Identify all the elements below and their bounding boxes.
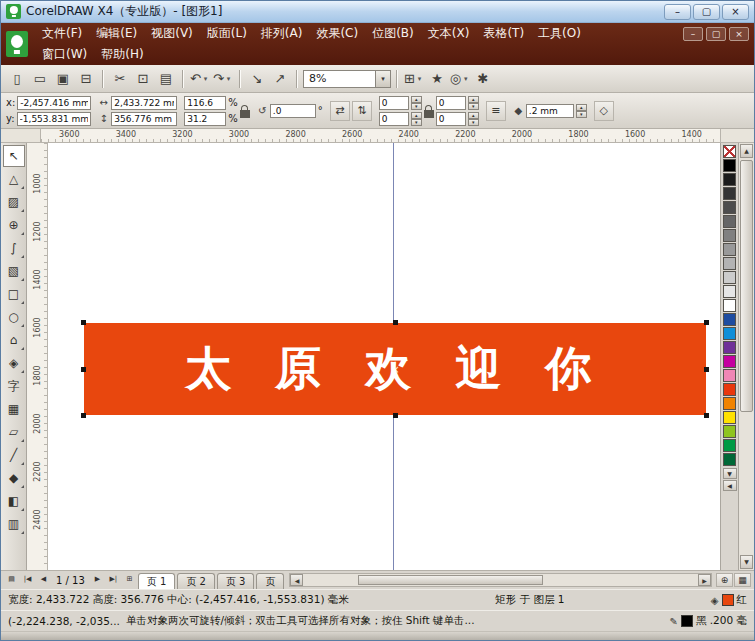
drawing-canvas[interactable]: 太 原 欢 迎 你 × — [48, 143, 720, 570]
selection-handle[interactable] — [81, 320, 86, 325]
maximize-button[interactable]: ▢ — [693, 4, 720, 20]
tab-page-4[interactable]: 页 — [256, 573, 284, 589]
undo-dropdown-arrow[interactable]: ▾ — [201, 75, 210, 83]
polygon-tool[interactable]: ⌂ — [3, 329, 25, 351]
ruler-origin-corner[interactable] — [1, 129, 41, 142]
spinner[interactable]: ▴▾ — [411, 112, 422, 126]
rotation-angle-field[interactable] — [270, 104, 316, 118]
outline-width-field[interactable] — [526, 104, 574, 118]
options-button[interactable]: ✱ — [472, 68, 494, 90]
crop-tool[interactable]: ▨ — [3, 191, 25, 213]
fill-color-swatch[interactable] — [722, 594, 734, 606]
open-button[interactable]: ▭ — [29, 68, 51, 90]
palette-swatch[interactable] — [723, 229, 736, 242]
spin-down-icon[interactable]: ▾ — [576, 111, 587, 118]
new-button[interactable]: ▯ — [6, 68, 28, 90]
spinner[interactable]: ▴▾ — [468, 96, 479, 110]
selection-handle[interactable] — [81, 413, 86, 418]
selection-handle[interactable] — [393, 320, 398, 325]
copy-button[interactable]: ⊡ — [132, 68, 154, 90]
doc-close-button[interactable]: × — [729, 27, 749, 41]
app-launcher-dropdown-arrow[interactable]: ▾ — [415, 75, 424, 83]
scroll-right-button[interactable]: ▶ — [698, 574, 711, 586]
mirror-vertical-button[interactable]: ⇅ — [352, 101, 372, 121]
snap-to-dropdown-arrow[interactable]: ▾ — [461, 75, 470, 83]
doc-restore-button[interactable]: ▢ — [706, 27, 726, 41]
spin-up-icon[interactable]: ▴ — [411, 96, 422, 103]
menu-item-table[interactable]: 表格(T) — [476, 24, 531, 43]
doc-minimize-button[interactable]: – — [683, 27, 703, 41]
eyedropper-tool[interactable]: ╱ — [3, 444, 25, 466]
spinner[interactable]: ▴▾ — [411, 96, 422, 110]
x-position-field[interactable] — [17, 96, 91, 110]
palette-swatch[interactable] — [723, 215, 736, 228]
mirror-horizontal-button[interactable]: ⇄ — [330, 101, 350, 121]
zoom-corner-button[interactable]: ⊕ — [716, 573, 733, 587]
basic-shapes-tool[interactable]: ◈ — [3, 352, 25, 374]
palette-swatch[interactable] — [723, 355, 736, 368]
palette-swatch[interactable] — [723, 285, 736, 298]
selection-center-mark[interactable]: × — [391, 364, 399, 375]
palette-swatch[interactable] — [723, 173, 736, 186]
palette-scroll-down-button[interactable]: ▼ — [723, 468, 737, 479]
save-button[interactable]: ▣ — [52, 68, 74, 90]
palette-swatch[interactable] — [723, 425, 736, 438]
page-setup-button[interactable]: ▤ — [4, 573, 19, 587]
selection-handle[interactable] — [393, 413, 398, 418]
selection-handle[interactable] — [704, 320, 709, 325]
welcome-screen-button[interactable]: ★ — [426, 68, 448, 90]
palette-swatch[interactable] — [723, 201, 736, 214]
palette-swatch[interactable] — [723, 341, 736, 354]
menu-item-bitmaps[interactable]: 位图(B) — [365, 24, 421, 43]
spin-up-icon[interactable]: ▴ — [576, 104, 587, 111]
outline-pen-tool[interactable]: ◆ — [3, 467, 25, 489]
fill-indicator[interactable]: ◈ 红 — [711, 593, 747, 607]
scroll-down-button[interactable]: ▼ — [740, 555, 753, 569]
palette-swatch[interactable] — [723, 453, 736, 466]
snap-to-button[interactable]: ◎▾ — [449, 68, 471, 90]
palette-swatch[interactable] — [723, 243, 736, 256]
spin-down-icon[interactable]: ▾ — [411, 103, 422, 110]
palette-swatch[interactable] — [723, 159, 736, 172]
horizontal-ruler[interactable]: 3600 3400 3200 3000 2800 2600 2400 2200 … — [41, 129, 720, 142]
tab-page-2[interactable]: 页 2 — [177, 573, 215, 589]
paste-button[interactable]: ▤ — [155, 68, 177, 90]
palette-swatch[interactable] — [723, 327, 736, 340]
palette-swatch[interactable] — [723, 439, 736, 452]
next-page-button[interactable]: ▶ — [90, 573, 105, 587]
palette-swatch[interactable] — [723, 313, 736, 326]
palette-swatch[interactable] — [723, 257, 736, 270]
last-page-button[interactable]: ▶| — [106, 573, 121, 587]
selected-rectangle[interactable]: 太 原 欢 迎 你 × — [84, 323, 706, 415]
print-button[interactable]: ⊟ — [75, 68, 97, 90]
blend-tool[interactable]: ▱ — [3, 421, 25, 443]
document-icon[interactable] — [6, 31, 28, 57]
object-width-field[interactable] — [111, 96, 177, 110]
outline-indicator[interactable]: ✎ 黑 .200 毫 — [670, 614, 747, 628]
pick-tool[interactable]: ↖ — [3, 145, 25, 167]
wrap-paragraph-text-button[interactable]: ≡ — [486, 101, 506, 121]
menu-item-edit[interactable]: 编辑(E) — [89, 24, 144, 43]
palette-swatch[interactable] — [723, 299, 736, 312]
first-page-button[interactable]: |◀ — [20, 573, 35, 587]
selection-handle[interactable] — [704, 367, 709, 372]
corner-radius-br-field[interactable] — [436, 112, 466, 126]
vertical-scrollbar-thumb[interactable] — [740, 160, 753, 412]
add-page-button[interactable]: ⊞ — [122, 573, 137, 587]
redo-button[interactable]: ↷▾ — [212, 68, 234, 90]
spin-down-icon[interactable]: ▾ — [468, 119, 479, 126]
palette-swatch[interactable] — [723, 411, 736, 424]
no-color-swatch[interactable] — [723, 145, 736, 158]
spin-down-icon[interactable]: ▾ — [411, 119, 422, 126]
menu-item-arrange[interactable]: 排列(A) — [254, 24, 310, 43]
menu-item-layout[interactable]: 版面(L) — [200, 24, 254, 43]
app-launcher-button[interactable]: ⊞▾ — [403, 68, 425, 90]
zoom-level-select[interactable]: 8% ▾ — [303, 70, 391, 88]
y-position-field[interactable] — [17, 112, 91, 126]
outline-color-swatch[interactable] — [681, 615, 693, 627]
rectangle-tool[interactable]: □ — [3, 283, 25, 305]
export-button[interactable]: ↗ — [269, 68, 291, 90]
menu-item-tools[interactable]: 工具(O) — [531, 24, 588, 43]
menu-item-help[interactable]: 帮助(H) — [94, 45, 150, 64]
corner-radius-bl-field[interactable] — [379, 112, 409, 126]
